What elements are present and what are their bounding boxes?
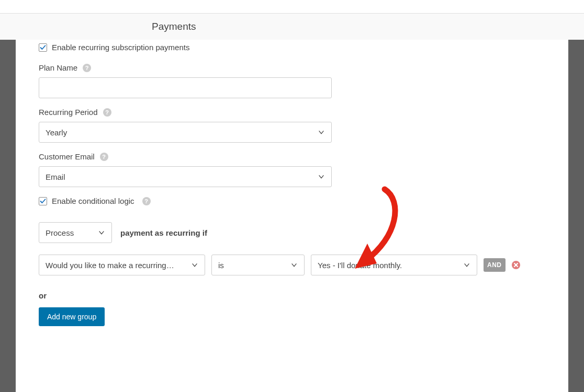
help-icon[interactable]: ? bbox=[100, 153, 108, 161]
close-icon bbox=[513, 262, 519, 268]
chevron-down-icon bbox=[318, 129, 325, 136]
plan-name-input[interactable] bbox=[39, 77, 332, 98]
plan-name-group: Plan Name ? bbox=[39, 63, 568, 98]
recurring-period-group: Recurring Period ? Yearly bbox=[39, 108, 568, 143]
enable-recurring-label: Enable recurring subscription payments bbox=[52, 43, 189, 52]
check-icon bbox=[40, 44, 46, 51]
recurring-period-label-row: Recurring Period ? bbox=[39, 108, 568, 117]
add-group-label: Add new group bbox=[47, 313, 96, 321]
page-frame: Enable recurring subscription payments P… bbox=[0, 40, 584, 392]
and-label: AND bbox=[487, 261, 502, 269]
customer-email-label-row: Customer Email ? bbox=[39, 152, 568, 161]
logic-action-select[interactable]: Process bbox=[39, 222, 112, 243]
enable-conditional-label: Enable conditional logic bbox=[52, 197, 134, 205]
enable-recurring-checkbox[interactable] bbox=[39, 43, 47, 52]
logic-sentence: payment as recurring if bbox=[120, 228, 207, 237]
chevron-down-icon bbox=[290, 261, 298, 269]
payments-panel: Enable recurring subscription payments P… bbox=[16, 40, 568, 392]
logic-action-row: Process payment as recurring if bbox=[39, 222, 568, 243]
customer-email-label: Customer Email bbox=[39, 152, 95, 161]
chevron-down-icon bbox=[191, 261, 198, 269]
enable-recurring-row[interactable]: Enable recurring subscription payments bbox=[39, 43, 568, 52]
chevron-down-icon bbox=[318, 173, 325, 180]
condition-operator-value: is bbox=[218, 261, 224, 270]
condition-field-select[interactable]: Would you like to make a recurring d... bbox=[39, 255, 205, 275]
recurring-period-label: Recurring Period bbox=[39, 108, 98, 117]
condition-operator-select[interactable]: is bbox=[211, 255, 305, 275]
tab-title: Payments bbox=[152, 21, 584, 32]
enable-conditional-checkbox[interactable] bbox=[39, 197, 47, 205]
condition-value-value: Yes - I'll donate monthly. bbox=[318, 261, 402, 270]
add-group-button[interactable]: Add new group bbox=[39, 307, 105, 326]
condition-field-value: Would you like to make a recurring d... bbox=[46, 261, 175, 270]
help-icon[interactable]: ? bbox=[103, 108, 111, 117]
condition-value-select[interactable]: Yes - I'll donate monthly. bbox=[311, 255, 477, 275]
window-top-bar bbox=[0, 0, 584, 14]
customer-email-select[interactable]: Email bbox=[39, 166, 332, 187]
logic-action-value: Process bbox=[46, 228, 74, 237]
plan-name-label-row: Plan Name ? bbox=[39, 63, 568, 72]
check-icon bbox=[40, 198, 46, 204]
chevron-down-icon bbox=[98, 229, 105, 236]
help-icon[interactable]: ? bbox=[83, 64, 91, 72]
recurring-period-value: Yearly bbox=[46, 128, 67, 137]
recurring-period-select[interactable]: Yearly bbox=[39, 122, 332, 143]
plan-name-label: Plan Name bbox=[39, 63, 77, 72]
enable-conditional-row[interactable]: Enable conditional logic ? bbox=[39, 197, 568, 205]
tab-header: Payments bbox=[0, 14, 584, 40]
customer-email-group: Customer Email ? Email bbox=[39, 152, 568, 187]
customer-email-value: Email bbox=[46, 172, 65, 181]
remove-condition-button[interactable] bbox=[512, 261, 520, 269]
condition-row: Would you like to make a recurring d... … bbox=[39, 255, 568, 275]
chevron-down-icon bbox=[463, 261, 470, 269]
or-separator: or bbox=[39, 291, 568, 300]
and-button[interactable]: AND bbox=[484, 258, 506, 272]
help-icon[interactable]: ? bbox=[142, 197, 151, 205]
